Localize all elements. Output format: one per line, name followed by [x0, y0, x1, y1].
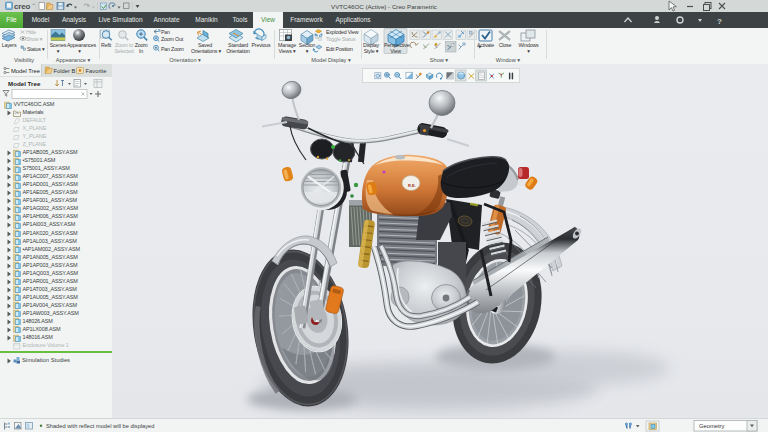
svg-text:Model Tree: Model Tree [11, 68, 40, 74]
svg-text:Folder B: Folder B [54, 68, 76, 74]
svg-text:Model Tree: Model Tree [8, 80, 41, 87]
svg-text:creo: creo [14, 2, 30, 11]
svg-text:Geometry: Geometry [699, 423, 725, 429]
svg-text:Favorite: Favorite [86, 68, 107, 74]
svg-text:R.E.: R.E. [408, 183, 416, 188]
svg-text:™: ™ [32, 3, 36, 7]
svg-text:Shaded with reflect model will: Shaded with reflect model will be displa… [46, 423, 154, 429]
svg-text:VVTC46OC (Active) - Creo Param: VVTC46OC (Active) - Creo Parametric [331, 3, 437, 10]
svg-text:?: ? [717, 17, 722, 26]
